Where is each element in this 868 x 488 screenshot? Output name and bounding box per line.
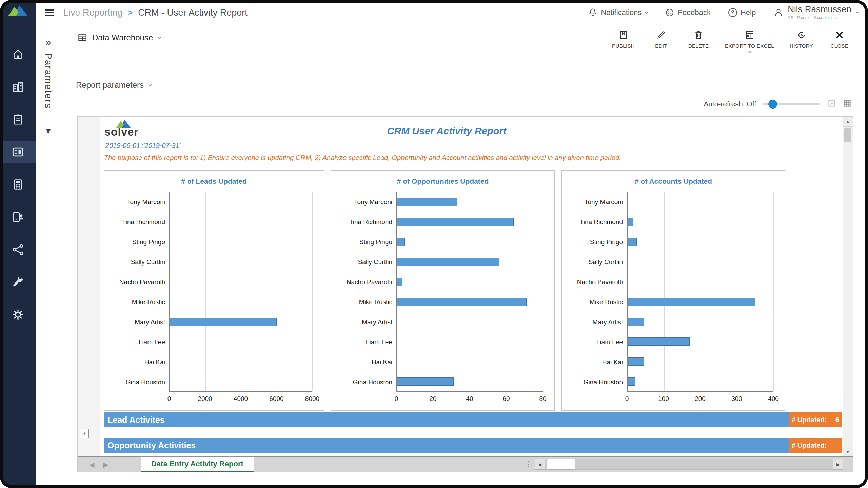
bar-row: [170, 212, 312, 232]
grid-view-toggle-icon[interactable]: [843, 99, 852, 109]
axis-tick-label: 8000: [305, 395, 319, 403]
datasource-dropdown[interactable]: Data Warehouse: [77, 33, 160, 43]
axis-tick-label: 20: [429, 395, 436, 403]
delete-button[interactable]: DELETE: [688, 30, 709, 53]
vertical-scroll-thumb[interactable]: [844, 128, 851, 142]
bar-row: [170, 352, 312, 372]
chart-plot-area: [169, 192, 312, 392]
bar-row: [170, 252, 312, 272]
gridline: [543, 192, 543, 391]
topbar-left: Live Reporting > CRM - User Activity Rep…: [45, 0, 248, 25]
sidebar-nav: [0, 38, 36, 331]
hamburger-menu-icon[interactable]: [45, 9, 54, 16]
axis-tick-label: 0: [395, 395, 398, 403]
trash-icon: [693, 30, 704, 40]
buildings-icon: [12, 80, 24, 93]
notifications-menu[interactable]: Notifications: [588, 8, 647, 17]
feedback-button[interactable]: Feedback: [665, 8, 711, 17]
excel-icon: [745, 30, 755, 40]
gridline: [312, 192, 313, 391]
slider-knob[interactable]: [768, 100, 777, 109]
auto-refresh-controls: Auto-refresh: Off: [704, 99, 852, 109]
scroll-left-button[interactable]: ◀: [535, 459, 545, 470]
expand-parameters-icon[interactable]: »: [45, 37, 51, 47]
horizontal-scroll-thumb[interactable]: [547, 459, 575, 470]
bar-row: [628, 371, 773, 391]
bar-row: [628, 272, 773, 292]
auto-refresh-slider[interactable]: [763, 100, 821, 109]
badge-label: # Updated:: [792, 416, 827, 424]
bar: [397, 238, 405, 246]
category-label: Tony Marconi: [333, 192, 396, 212]
category-label: Mike Rustic: [106, 292, 169, 312]
expand-group-button[interactable]: +: [80, 429, 89, 438]
sidebar-item-home[interactable]: [0, 38, 36, 71]
gridline: [773, 192, 774, 391]
bar: [628, 377, 635, 386]
axis-tick-label: 100: [658, 395, 669, 403]
bar: [397, 377, 454, 386]
bar-row: [170, 371, 312, 391]
category-label: Gina Houston: [564, 372, 627, 392]
scroll-up-button[interactable]: ▲: [843, 117, 853, 127]
chart-value-axis: 02000400060008000: [169, 392, 312, 406]
user-name: Nils Rasmussen: [788, 4, 851, 15]
bar: [628, 238, 637, 246]
previous-sheet-button[interactable]: ◀: [89, 461, 94, 469]
filter-funnel-icon[interactable]: [44, 127, 53, 137]
auto-refresh-label: Auto-refresh: Off: [704, 100, 756, 108]
badge-label: # Updated:: [792, 442, 827, 449]
close-button[interactable]: CLOSE: [829, 30, 850, 53]
datasource-label: Data Warehouse: [92, 33, 153, 42]
sidebar-item-organization[interactable]: [0, 71, 36, 103]
sidebar-item-tasks[interactable]: [0, 103, 36, 136]
axis-tick-label: 0: [167, 395, 171, 403]
chart-title: # of Leads Updated: [104, 177, 324, 186]
category-label: Liam Lee: [106, 332, 169, 352]
breadcrumb-section[interactable]: Live Reporting: [63, 7, 122, 18]
report-icon: [12, 145, 24, 158]
help-label: Help: [741, 8, 756, 17]
bar-row: [397, 212, 543, 232]
sidebar-item-live-reporting[interactable]: [0, 141, 36, 163]
bar: [628, 218, 633, 226]
bar: [628, 298, 755, 306]
sidebar-item-integrations[interactable]: [0, 233, 36, 266]
section-title: Lead Activites: [104, 412, 789, 427]
category-label: Nacho Pavarotti: [333, 272, 396, 292]
chart-view-toggle-icon[interactable]: [827, 99, 836, 109]
sidebar-item-budgeting[interactable]: [0, 168, 36, 201]
bar: [397, 278, 402, 286]
help-button[interactable]: ? Help: [728, 8, 756, 17]
bar-row: [397, 232, 543, 252]
bell-icon: [588, 8, 597, 17]
user-menu[interactable]: Nils Rasmussen 19_Sales_Analytics: [773, 4, 858, 20]
sidebar-item-admin-tools[interactable]: [0, 266, 36, 298]
chart-category-axis: Tony MarconiTina RichmondSting PingoSall…: [106, 192, 169, 406]
report-parameters-label: Report parameters: [76, 80, 144, 90]
publish-button[interactable]: PUBLISH: [612, 30, 635, 53]
bar-row: [628, 252, 773, 272]
horizontal-scroll-track[interactable]: [535, 459, 843, 470]
splitter-handle-icon[interactable]: ⋮: [525, 459, 533, 469]
chart-value-axis: 0100200300400: [627, 392, 773, 406]
scroll-down-button[interactable]: ▼: [843, 447, 853, 457]
axis-tick-label: 200: [695, 395, 706, 403]
report-parameters-toggle[interactable]: Report parameters: [76, 80, 151, 90]
scroll-right-button[interactable]: ▶: [833, 459, 843, 470]
vertical-scrollbar[interactable]: ▲ ▼: [843, 117, 853, 457]
topbar-right: Notifications Feedback ? Help: [588, 0, 858, 25]
user-workspace: 19_Sales_Analytics: [788, 15, 851, 20]
sheet-tab[interactable]: Data Entry Activity Report: [141, 457, 254, 472]
export-to-excel-button[interactable]: EXPORT TO EXCEL: [725, 30, 774, 53]
solver-logo-mark[interactable]: [0, 5, 36, 17]
bar-row: [397, 332, 543, 352]
edit-button[interactable]: EDIT: [650, 30, 672, 53]
sidebar-item-contacts[interactable]: [0, 201, 36, 233]
history-button[interactable]: HISTORY: [790, 30, 813, 53]
contact-device-icon: [12, 211, 24, 223]
parameters-label[interactable]: Parameters: [43, 53, 54, 109]
next-sheet-button[interactable]: ▶: [103, 461, 108, 469]
sidebar-item-settings[interactable]: [0, 298, 36, 331]
category-label: Sally Curtlin: [564, 252, 627, 272]
